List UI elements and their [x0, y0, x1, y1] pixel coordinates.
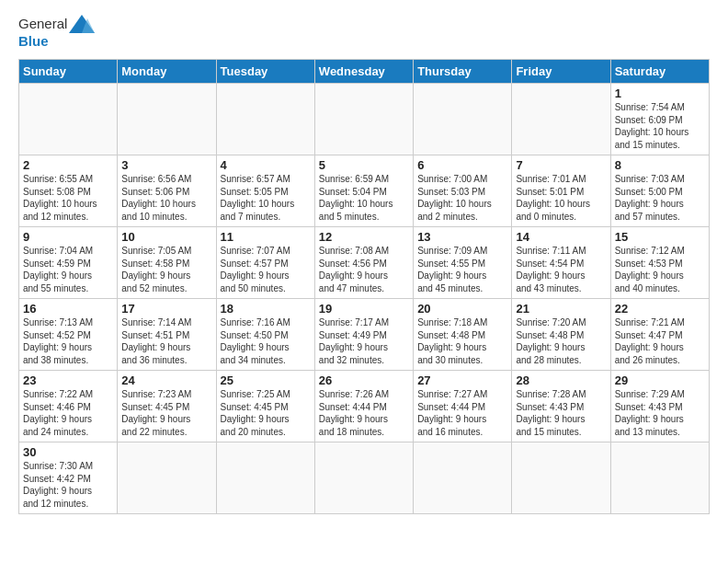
day-number: 6 [417, 158, 507, 172]
table-row: 3Sunrise: 6:56 AM Sunset: 5:06 PM Daylig… [118, 155, 216, 227]
day-number: 19 [319, 302, 409, 316]
day-number: 8 [615, 158, 705, 172]
table-row [414, 442, 512, 514]
day-number: 2 [23, 158, 113, 172]
day-number: 20 [417, 302, 507, 316]
logo: General Blue [18, 15, 95, 50]
table-row: 18Sunrise: 7:16 AM Sunset: 4:50 PM Dayli… [216, 299, 314, 371]
header-monday: Monday [118, 60, 216, 84]
day-info: Sunrise: 6:55 AM Sunset: 5:08 PM Dayligh… [23, 173, 113, 223]
day-number: 21 [516, 302, 606, 316]
table-row: 29Sunrise: 7:29 AM Sunset: 4:43 PM Dayli… [610, 371, 709, 442]
header-sunday: Sunday [19, 60, 118, 84]
day-info: Sunrise: 7:08 AM Sunset: 4:56 PM Dayligh… [319, 245, 409, 294]
day-info: Sunrise: 6:57 AM Sunset: 5:05 PM Dayligh… [221, 173, 311, 223]
table-row: 13Sunrise: 7:09 AM Sunset: 4:55 PM Dayli… [414, 227, 512, 299]
table-row [118, 442, 216, 514]
day-number: 17 [121, 302, 211, 316]
table-row [118, 84, 216, 155]
day-info: Sunrise: 7:12 AM Sunset: 4:53 PM Dayligh… [615, 245, 705, 294]
header-friday: Friday [512, 60, 610, 84]
table-row [216, 84, 314, 155]
day-info: Sunrise: 6:56 AM Sunset: 5:06 PM Dayligh… [121, 173, 211, 223]
table-row: 24Sunrise: 7:23 AM Sunset: 4:45 PM Dayli… [118, 371, 216, 442]
table-row: 6Sunrise: 7:00 AM Sunset: 5:03 PM Daylig… [414, 155, 512, 227]
table-row: 30Sunrise: 7:30 AM Sunset: 4:42 PM Dayli… [19, 442, 118, 514]
table-row: 11Sunrise: 7:07 AM Sunset: 4:57 PM Dayli… [216, 227, 314, 299]
day-number: 12 [319, 230, 409, 244]
table-row: 16Sunrise: 7:13 AM Sunset: 4:52 PM Dayli… [19, 299, 118, 371]
day-info: Sunrise: 7:14 AM Sunset: 4:51 PM Dayligh… [121, 316, 211, 366]
day-number: 13 [417, 230, 507, 244]
table-row [512, 84, 610, 155]
table-row: 23Sunrise: 7:22 AM Sunset: 4:46 PM Dayli… [19, 371, 118, 442]
day-number: 3 [121, 158, 211, 172]
day-number: 23 [23, 373, 113, 387]
table-row: 17Sunrise: 7:14 AM Sunset: 4:51 PM Dayli… [118, 299, 216, 371]
day-info: Sunrise: 7:30 AM Sunset: 4:42 PM Dayligh… [23, 460, 113, 510]
day-number: 9 [23, 230, 113, 244]
table-row: 9Sunrise: 7:04 AM Sunset: 4:59 PM Daylig… [19, 227, 118, 299]
table-row: 26Sunrise: 7:26 AM Sunset: 4:44 PM Dayli… [314, 371, 413, 442]
calendar-week-row: 2Sunrise: 6:55 AM Sunset: 5:08 PM Daylig… [19, 155, 710, 227]
table-row [216, 442, 314, 514]
day-number: 28 [516, 373, 606, 387]
day-info: Sunrise: 7:09 AM Sunset: 4:55 PM Dayligh… [417, 245, 507, 294]
table-row: 21Sunrise: 7:20 AM Sunset: 4:48 PM Dayli… [512, 299, 610, 371]
logo-general: General [18, 16, 67, 32]
day-info: Sunrise: 7:28 AM Sunset: 4:43 PM Dayligh… [516, 388, 606, 438]
day-info: Sunrise: 7:20 AM Sunset: 4:48 PM Dayligh… [516, 316, 606, 366]
day-number: 14 [516, 230, 606, 244]
page-header: General Blue [18, 15, 710, 50]
table-row [610, 442, 709, 514]
table-row: 7Sunrise: 7:01 AM Sunset: 5:01 PM Daylig… [512, 155, 610, 227]
calendar-week-row: 30Sunrise: 7:30 AM Sunset: 4:42 PM Dayli… [19, 442, 710, 514]
day-number: 7 [516, 158, 606, 172]
day-info: Sunrise: 7:26 AM Sunset: 4:44 PM Dayligh… [319, 388, 409, 438]
table-row: 20Sunrise: 7:18 AM Sunset: 4:48 PM Dayli… [414, 299, 512, 371]
day-number: 29 [615, 373, 705, 387]
table-row: 22Sunrise: 7:21 AM Sunset: 4:47 PM Dayli… [610, 299, 709, 371]
day-number: 1 [615, 86, 705, 100]
day-number: 15 [615, 230, 705, 244]
day-info: Sunrise: 7:22 AM Sunset: 4:46 PM Dayligh… [23, 388, 113, 438]
table-row [512, 442, 610, 514]
day-info: Sunrise: 7:03 AM Sunset: 5:00 PM Dayligh… [615, 173, 705, 223]
table-row: 10Sunrise: 7:05 AM Sunset: 4:58 PM Dayli… [118, 227, 216, 299]
table-row: 15Sunrise: 7:12 AM Sunset: 4:53 PM Dayli… [610, 227, 709, 299]
table-row [414, 84, 512, 155]
day-number: 5 [319, 158, 409, 172]
day-info: Sunrise: 7:05 AM Sunset: 4:58 PM Dayligh… [121, 245, 211, 294]
calendar-table: Sunday Monday Tuesday Wednesday Thursday… [18, 59, 710, 514]
header-saturday: Saturday [610, 60, 709, 84]
day-info: Sunrise: 7:29 AM Sunset: 4:43 PM Dayligh… [615, 388, 705, 438]
table-row: 5Sunrise: 6:59 AM Sunset: 5:04 PM Daylig… [314, 155, 413, 227]
day-info: Sunrise: 7:18 AM Sunset: 4:48 PM Dayligh… [417, 316, 507, 366]
table-row: 8Sunrise: 7:03 AM Sunset: 5:00 PM Daylig… [610, 155, 709, 227]
table-row: 1Sunrise: 7:54 AM Sunset: 6:09 PM Daylig… [610, 84, 709, 155]
day-info: Sunrise: 7:17 AM Sunset: 4:49 PM Dayligh… [319, 316, 409, 366]
day-number: 27 [417, 373, 507, 387]
day-number: 16 [23, 302, 113, 316]
day-info: Sunrise: 7:23 AM Sunset: 4:45 PM Dayligh… [121, 388, 211, 438]
table-row: 4Sunrise: 6:57 AM Sunset: 5:05 PM Daylig… [216, 155, 314, 227]
calendar-week-row: 9Sunrise: 7:04 AM Sunset: 4:59 PM Daylig… [19, 227, 710, 299]
day-info: Sunrise: 6:59 AM Sunset: 5:04 PM Dayligh… [319, 173, 409, 223]
header-thursday: Thursday [414, 60, 512, 84]
day-number: 25 [221, 373, 311, 387]
day-info: Sunrise: 7:07 AM Sunset: 4:57 PM Dayligh… [221, 245, 311, 294]
day-info: Sunrise: 7:01 AM Sunset: 5:01 PM Dayligh… [516, 173, 606, 223]
day-number: 24 [121, 373, 211, 387]
day-info: Sunrise: 7:00 AM Sunset: 5:03 PM Dayligh… [417, 173, 507, 223]
table-row: 2Sunrise: 6:55 AM Sunset: 5:08 PM Daylig… [19, 155, 118, 227]
table-row [314, 442, 413, 514]
calendar-week-row: 1Sunrise: 7:54 AM Sunset: 6:09 PM Daylig… [19, 84, 710, 155]
logo-blue: Blue [18, 33, 49, 50]
day-info: Sunrise: 7:27 AM Sunset: 4:44 PM Dayligh… [417, 388, 507, 438]
header-tuesday: Tuesday [216, 60, 314, 84]
calendar-week-row: 16Sunrise: 7:13 AM Sunset: 4:52 PM Dayli… [19, 299, 710, 371]
calendar-week-row: 23Sunrise: 7:22 AM Sunset: 4:46 PM Dayli… [19, 371, 710, 442]
day-number: 10 [121, 230, 211, 244]
table-row: 19Sunrise: 7:17 AM Sunset: 4:49 PM Dayli… [314, 299, 413, 371]
day-number: 22 [615, 302, 705, 316]
